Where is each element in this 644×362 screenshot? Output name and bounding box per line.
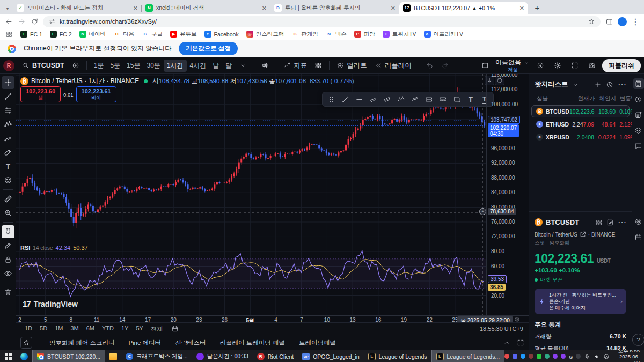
lock-all-tool-icon[interactable] — [2, 253, 14, 266]
timeframe-1시간[interactable]: 1시간 — [164, 60, 187, 72]
magnet-tool-icon[interactable] — [2, 225, 14, 238]
collapse-panel-icon[interactable] — [503, 339, 510, 346]
bookmark-item[interactable]: N넥슨 — [326, 31, 347, 38]
time-axis-settings-icon[interactable] — [514, 316, 520, 322]
taskbar-app[interactable]: C크래프트박스 게임... — [121, 350, 192, 362]
tray-icon[interactable] — [513, 354, 517, 359]
long-position-icon[interactable] — [422, 93, 435, 105]
timeframe-4시간[interactable]: 4시간 — [187, 60, 210, 72]
apps-grid-icon[interactable] — [5, 31, 13, 38]
tray-icon[interactable] — [576, 354, 581, 359]
timeframe-날[interactable]: 날 — [209, 60, 222, 72]
object-tree-icon[interactable] — [633, 125, 644, 136]
bookmark-item[interactable]: T트위치TV — [383, 31, 416, 38]
back-icon[interactable] — [4, 17, 13, 26]
compare-add-icon[interactable] — [69, 60, 83, 71]
alerts-tab-icon[interactable] — [633, 94, 644, 105]
range-3M[interactable]: 3M — [67, 324, 82, 334]
tray-icon[interactable] — [545, 354, 550, 359]
chat-icon[interactable] — [633, 141, 644, 151]
watchlist-column-1[interactable]: 현재가 — [570, 95, 595, 102]
zoom-in-tool-icon[interactable] — [2, 206, 14, 219]
watchlist-column-2[interactable]: 체인지 — [595, 95, 616, 102]
calendar-tab-icon[interactable] — [633, 232, 644, 242]
close-tab-icon[interactable]: ✕ — [262, 5, 267, 12]
timeframe-dropdown-icon[interactable] — [236, 60, 250, 71]
new-tab-button[interactable]: + — [531, 2, 543, 13]
replay-button[interactable]: 리플레이 — [371, 60, 415, 72]
bookmark-item[interactable]: P피망 — [354, 31, 375, 38]
taskbar-app[interactable]: RRiot Client — [253, 350, 298, 362]
browser-tab[interactable]: 17BTCUSDT 102,220.07 ▲ +0.1%✕ — [399, 2, 528, 14]
watchlist-row[interactable]: XXRPUSDT2.0408-0.0224-1.09% — [531, 131, 630, 143]
taskbar-app[interactable] — [0, 350, 16, 362]
tray-close-icon[interactable] — [603, 353, 610, 360]
url-field[interactable]: kr.tradingview.com/chart/36zXxvSy/ — [43, 16, 601, 27]
chart-canvas[interactable]: ₿ Bitcoin / TetherUS · 1시간 · BINANCE 시10… — [16, 74, 529, 322]
taskbar-clock[interactable]: 오후 6:55 2025-06-22 — [613, 350, 644, 362]
xabcd-pattern-tool-icon[interactable] — [2, 118, 14, 131]
bottom-tab[interactable]: 트레이딩패널 — [299, 339, 336, 347]
watchlist-row[interactable]: ₿BTCUSDT102,223.6103.600.10% — [531, 105, 630, 117]
close-tab-icon[interactable]: ✕ — [391, 5, 396, 12]
range-YTD[interactable]: YTD — [99, 324, 117, 334]
detail-more-icon[interactable]: ⋯ — [618, 217, 626, 227]
cursor-crosshair-tool-icon[interactable] — [2, 76, 14, 89]
timeframe-달[interactable]: 달 — [222, 60, 235, 72]
watchlist-column-0[interactable]: 심볼 — [535, 95, 570, 102]
alert-button[interactable]: 얼러트 — [333, 60, 370, 72]
bottom-tab[interactable]: Pine 에디터 — [128, 339, 161, 347]
chart-symbol-title[interactable]: Bitcoin / TetherUS · 1시간 · BINANCE — [31, 77, 139, 86]
tray-icon[interactable] — [529, 354, 533, 359]
parallel-channel-icon[interactable] — [367, 93, 379, 105]
watchlist-title[interactable]: 왓치리스트 — [535, 80, 568, 89]
range-5D[interactable]: 5D — [36, 324, 50, 334]
bookmark-item[interactable]: ◎인스타그램 — [246, 31, 284, 38]
user-avatar[interactable]: R — [3, 60, 14, 71]
elliott-wave-icon[interactable] — [394, 93, 407, 105]
time-axis[interactable]: 2581114172023265월47101316192225목 2025-05… — [16, 315, 529, 322]
trend-line-icon[interactable] — [339, 93, 352, 105]
close-tab-icon[interactable]: ✕ — [133, 5, 138, 12]
timeframe-30분[interactable]: 30분 — [143, 60, 163, 72]
forward-icon[interactable] — [17, 17, 26, 26]
reload-icon[interactable] — [30, 17, 39, 26]
fullscreen-icon[interactable] — [568, 60, 582, 71]
sell-button[interactable]: 102,223.60셀 — [20, 86, 61, 102]
news-tab-icon[interactable] — [633, 109, 644, 120]
tray-icon[interactable] — [553, 354, 558, 359]
redo-icon[interactable] — [438, 60, 452, 71]
hide-all-tool-icon[interactable] — [2, 267, 14, 280]
remove-objects-tool-icon[interactable] — [2, 286, 14, 299]
taskbar-app[interactable]: LLeague of Legends... — [431, 350, 505, 362]
buy-button[interactable]: 102,223.61바이 — [76, 86, 116, 102]
quick-search-icon[interactable] — [533, 60, 547, 71]
rsi-legend[interactable]: RSI 14 close 42.34 50.37 — [20, 245, 88, 251]
bookmark-item[interactable]: D다음 — [113, 31, 134, 38]
bookmark-item[interactable]: G구글 — [142, 31, 163, 38]
tray-icon[interactable] — [561, 354, 566, 359]
bookmark-item[interactable]: ▶유튜브 — [170, 31, 197, 38]
bookmark-item[interactable]: FFC 1 — [20, 31, 42, 38]
server-clock[interactable]: 18:55:30 UTC+9 — [480, 326, 523, 332]
bookmark-star-icon[interactable] — [588, 18, 595, 25]
timeframe-15분[interactable]: 15분 — [123, 60, 143, 72]
taskbar-app[interactable] — [105, 350, 121, 362]
external-link-icon[interactable] — [579, 231, 587, 238]
short-position-icon[interactable] — [436, 93, 449, 105]
browser-tab[interactable]: D투딩 | 올바른 암호화폐 투자의✕ — [270, 2, 399, 14]
timeframe-5분[interactable]: 5분 — [107, 60, 123, 72]
bookmark-item[interactable]: fFacebook — [204, 31, 239, 38]
tray-icon[interactable] — [537, 354, 541, 359]
drawing-mode-tool-icon[interactable] — [2, 239, 14, 252]
text-tool-icon[interactable]: T — [2, 160, 14, 173]
browser-tab[interactable]: ✓오마이스타 - 함께 만드는 정치✕ — [13, 2, 142, 14]
price-chart[interactable] — [16, 74, 529, 322]
tray-spk-icon[interactable] — [594, 353, 600, 360]
price-axis[interactable]: 116,000.00112,000.00108,000.00104,000.00… — [486, 74, 529, 315]
range-1D[interactable]: 1D — [21, 324, 35, 334]
bookmark-item[interactable]: FFC 2 — [50, 31, 72, 38]
bottom-tab[interactable]: 전략테스터 — [175, 339, 206, 347]
forecast-tool-icon[interactable] — [2, 132, 14, 145]
chart-style-icon[interactable] — [258, 60, 272, 71]
